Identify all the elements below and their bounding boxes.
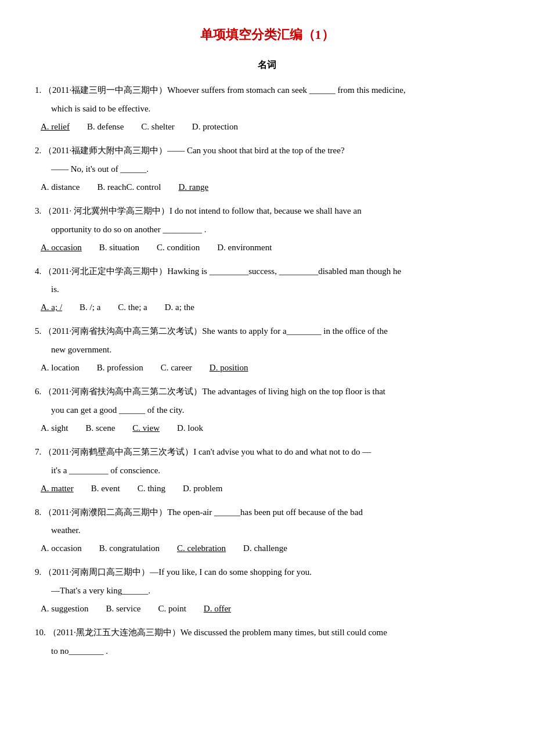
option: B. service — [106, 601, 141, 617]
question-text: 6. （2011·河南省扶沟高中高三第二次考试）The advantages o… — [35, 384, 499, 400]
option: B. profession — [97, 360, 143, 376]
question-block: 6. （2011·河南省扶沟高中高三第二次考试）The advantages o… — [35, 384, 499, 436]
options-line: A. reliefB. defenseC. shelterD. protecti… — [35, 119, 499, 135]
section-title: 名词 — [35, 57, 499, 74]
option: C. career — [161, 360, 192, 376]
question-continuation: weather. — [35, 523, 499, 538]
options-line: A. distanceB. reachC. controlD. range — [35, 179, 499, 195]
option: A. suggestion — [41, 601, 89, 617]
option: B. scene — [86, 420, 116, 436]
option: B. event — [91, 481, 120, 496]
option: C. shelter — [141, 119, 175, 135]
question-text: 2. （2011·福建师大附中高三期中）—— Can you shoot tha… — [35, 143, 499, 159]
question-continuation: it's a _________ of conscience. — [35, 463, 499, 478]
options-line: A. occasionB. congratulationC. celebrati… — [35, 541, 499, 556]
option: A. relief — [41, 119, 70, 135]
question-continuation: opportunity to do so on another ________… — [35, 222, 499, 237]
option: A. sight — [41, 420, 68, 436]
option: D. problem — [183, 481, 222, 496]
question-block: 7. （2011·河南鹤壁高中高三第三次考试）I can't advise yo… — [35, 444, 499, 496]
option: A. occasion — [41, 541, 82, 556]
option: D. challenge — [243, 541, 287, 556]
option: C. point — [158, 601, 186, 617]
option: D. environment — [217, 240, 272, 255]
option: B. congratulation — [99, 541, 160, 556]
option: B. reachC. control — [97, 179, 161, 195]
option: A. matter — [41, 481, 74, 496]
question-block: 4. （2011·河北正定中学高三期中）Hawking is _________… — [35, 264, 499, 316]
options-line: A. occasionB. situationC. conditionD. en… — [35, 240, 499, 255]
question-continuation: new government. — [35, 342, 499, 358]
option: C. the; a — [118, 300, 147, 315]
option: D. position — [210, 360, 248, 376]
option: D. offer — [204, 601, 231, 617]
option: D. protection — [192, 119, 238, 135]
question-continuation: —— No, it's out of ______. — [35, 161, 499, 177]
question-continuation: which is said to be effective. — [35, 101, 499, 117]
question-text: 8. （2011·河南濮阳二高高三期中）The open-air ______h… — [35, 505, 499, 521]
option: D. range — [178, 179, 208, 195]
question-continuation: you can get a good ______ of the city. — [35, 402, 499, 418]
question-text: 9. （2011·河南周口高三期中）—If you like, I can do… — [35, 564, 499, 581]
question-block: 5. （2011·河南省扶沟高中高三第二次考试）She wants to app… — [35, 323, 499, 376]
option: B. /; a — [80, 300, 100, 315]
option: A. distance — [41, 179, 80, 195]
question-block: 1. （2011·福建三明一中高三期中）Whoever suffers from… — [35, 82, 499, 135]
question-block: 2. （2011·福建师大附中高三期中）—— Can you shoot tha… — [35, 143, 499, 195]
option: C. view — [132, 420, 160, 436]
option: A. occasion — [41, 240, 82, 255]
question-block: 10. （2011·黑龙江五大连池高三期中）We discussed the p… — [35, 625, 499, 659]
question-continuation: to no________ . — [35, 643, 499, 659]
options-line: A. matterB. eventC. thingD. problem — [35, 481, 499, 496]
question-block: 3. （2011· 河北冀州中学高三期中）I do not intend to … — [35, 203, 499, 255]
options-line: A. a; /B. /; aC. the; aD. a; the — [35, 300, 499, 315]
option: D. look — [177, 420, 203, 436]
option: C. condition — [157, 240, 200, 255]
option: C. thing — [138, 481, 165, 496]
question-text: 4. （2011·河北正定中学高三期中）Hawking is _________… — [35, 264, 499, 280]
option: A. location — [41, 360, 80, 376]
question-text: 1. （2011·福建三明一中高三期中）Whoever suffers from… — [35, 82, 499, 99]
question-block: 9. （2011·河南周口高三期中）—If you like, I can do… — [35, 564, 499, 617]
option: D. a; the — [165, 300, 194, 315]
page-title: 单项填空分类汇编（1） — [35, 23, 499, 46]
question-block: 8. （2011·河南濮阳二高高三期中）The open-air ______h… — [35, 505, 499, 557]
options-line: A. sightB. sceneC. viewD. look — [35, 420, 499, 436]
options-line: A. suggestionB. serviceC. pointD. offer — [35, 601, 499, 617]
options-line: A. locationB. professionC. careerD. posi… — [35, 360, 499, 376]
option: B. defense — [87, 119, 124, 135]
question-text: 5. （2011·河南省扶沟高中高三第二次考试）She wants to app… — [35, 323, 499, 340]
question-text: 3. （2011· 河北冀州中学高三期中）I do not intend to … — [35, 203, 499, 219]
question-continuation: —That's a very king______. — [35, 583, 499, 599]
question-text: 7. （2011·河南鹤壁高中高三第三次考试）I can't advise yo… — [35, 444, 499, 460]
option: B. situation — [99, 240, 139, 255]
option: A. a; / — [41, 300, 62, 315]
question-text: 10. （2011·黑龙江五大连池高三期中）We discussed the p… — [35, 625, 499, 641]
question-continuation: is. — [35, 282, 499, 297]
option: C. celebration — [177, 541, 226, 556]
